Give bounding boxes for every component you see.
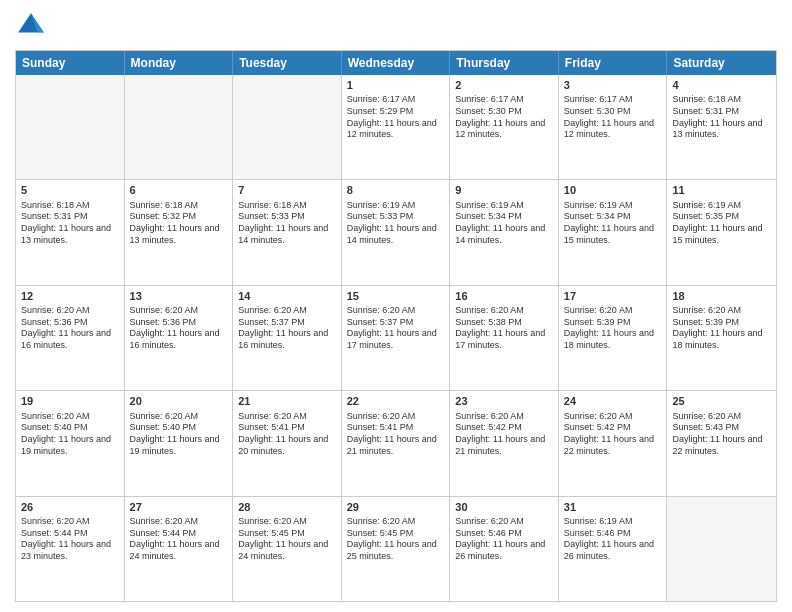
daylight-text: Daylight: 11 hours and 18 minutes. — [672, 328, 762, 350]
calendar-week-2: 5Sunrise: 6:18 AMSunset: 5:31 PMDaylight… — [16, 179, 776, 284]
day-number: 17 — [564, 289, 662, 303]
sunrise-text: Sunrise: 6:19 AM — [564, 200, 633, 210]
sunrise-text: Sunrise: 6:20 AM — [21, 411, 90, 421]
daylight-text: Daylight: 11 hours and 14 minutes. — [455, 223, 545, 245]
daylight-text: Daylight: 11 hours and 12 minutes. — [347, 118, 437, 140]
sunrise-text: Sunrise: 6:20 AM — [130, 411, 199, 421]
day-cell-20: 20Sunrise: 6:20 AMSunset: 5:40 PMDayligh… — [125, 391, 234, 495]
day-cell-7: 7Sunrise: 6:18 AMSunset: 5:33 PMDaylight… — [233, 180, 342, 284]
day-number: 19 — [21, 394, 119, 408]
daylight-text: Daylight: 11 hours and 15 minutes. — [564, 223, 654, 245]
sunrise-text: Sunrise: 6:20 AM — [238, 411, 307, 421]
sunrise-text: Sunrise: 6:17 AM — [455, 94, 524, 104]
calendar-header: SundayMondayTuesdayWednesdayThursdayFrid… — [16, 51, 776, 75]
daylight-text: Daylight: 11 hours and 18 minutes. — [564, 328, 654, 350]
daylight-text: Daylight: 11 hours and 17 minutes. — [455, 328, 545, 350]
day-number: 27 — [130, 500, 228, 514]
daylight-text: Daylight: 11 hours and 13 minutes. — [130, 223, 220, 245]
day-cell-4: 4Sunrise: 6:18 AMSunset: 5:31 PMDaylight… — [667, 75, 776, 179]
daylight-text: Daylight: 11 hours and 24 minutes. — [238, 539, 328, 561]
header-day-thursday: Thursday — [450, 51, 559, 75]
sunrise-text: Sunrise: 6:19 AM — [347, 200, 416, 210]
daylight-text: Daylight: 11 hours and 12 minutes. — [455, 118, 545, 140]
sunrise-text: Sunrise: 6:20 AM — [564, 411, 633, 421]
sunset-text: Sunset: 5:46 PM — [564, 528, 631, 538]
day-cell-9: 9Sunrise: 6:19 AMSunset: 5:34 PMDaylight… — [450, 180, 559, 284]
day-number: 16 — [455, 289, 553, 303]
sunset-text: Sunset: 5:39 PM — [564, 317, 631, 327]
day-cell-5: 5Sunrise: 6:18 AMSunset: 5:31 PMDaylight… — [16, 180, 125, 284]
day-number: 26 — [21, 500, 119, 514]
day-number: 13 — [130, 289, 228, 303]
sunrise-text: Sunrise: 6:20 AM — [347, 411, 416, 421]
day-cell-24: 24Sunrise: 6:20 AMSunset: 5:42 PMDayligh… — [559, 391, 668, 495]
day-number: 18 — [672, 289, 771, 303]
daylight-text: Daylight: 11 hours and 25 minutes. — [347, 539, 437, 561]
sunrise-text: Sunrise: 6:20 AM — [347, 305, 416, 315]
daylight-text: Daylight: 11 hours and 26 minutes. — [455, 539, 545, 561]
calendar: SundayMondayTuesdayWednesdayThursdayFrid… — [15, 50, 777, 602]
sunset-text: Sunset: 5:44 PM — [21, 528, 88, 538]
sunrise-text: Sunrise: 6:18 AM — [672, 94, 741, 104]
sunrise-text: Sunrise: 6:17 AM — [347, 94, 416, 104]
header-day-wednesday: Wednesday — [342, 51, 451, 75]
sunset-text: Sunset: 5:40 PM — [21, 422, 88, 432]
day-cell-13: 13Sunrise: 6:20 AMSunset: 5:36 PMDayligh… — [125, 286, 234, 390]
header-day-sunday: Sunday — [16, 51, 125, 75]
sunrise-text: Sunrise: 6:18 AM — [21, 200, 90, 210]
sunrise-text: Sunrise: 6:20 AM — [238, 305, 307, 315]
sunset-text: Sunset: 5:32 PM — [130, 211, 197, 221]
header — [15, 10, 777, 42]
day-number: 8 — [347, 183, 445, 197]
day-cell-8: 8Sunrise: 6:19 AMSunset: 5:33 PMDaylight… — [342, 180, 451, 284]
daylight-text: Daylight: 11 hours and 16 minutes. — [238, 328, 328, 350]
sunset-text: Sunset: 5:35 PM — [672, 211, 739, 221]
sunset-text: Sunset: 5:44 PM — [130, 528, 197, 538]
day-cell-27: 27Sunrise: 6:20 AMSunset: 5:44 PMDayligh… — [125, 497, 234, 601]
sunrise-text: Sunrise: 6:20 AM — [455, 411, 524, 421]
day-number: 21 — [238, 394, 336, 408]
sunset-text: Sunset: 5:33 PM — [347, 211, 414, 221]
sunrise-text: Sunrise: 6:20 AM — [238, 516, 307, 526]
day-number: 31 — [564, 500, 662, 514]
day-cell-16: 16Sunrise: 6:20 AMSunset: 5:38 PMDayligh… — [450, 286, 559, 390]
empty-cell — [16, 75, 125, 179]
daylight-text: Daylight: 11 hours and 15 minutes. — [672, 223, 762, 245]
sunset-text: Sunset: 5:42 PM — [564, 422, 631, 432]
sunrise-text: Sunrise: 6:18 AM — [130, 200, 199, 210]
day-number: 12 — [21, 289, 119, 303]
daylight-text: Daylight: 11 hours and 22 minutes. — [564, 434, 654, 456]
day-cell-11: 11Sunrise: 6:19 AMSunset: 5:35 PMDayligh… — [667, 180, 776, 284]
daylight-text: Daylight: 11 hours and 16 minutes. — [21, 328, 111, 350]
day-number: 24 — [564, 394, 662, 408]
day-cell-30: 30Sunrise: 6:20 AMSunset: 5:46 PMDayligh… — [450, 497, 559, 601]
calendar-week-1: 1Sunrise: 6:17 AMSunset: 5:29 PMDaylight… — [16, 75, 776, 179]
day-number: 7 — [238, 183, 336, 197]
logo — [15, 10, 51, 42]
sunrise-text: Sunrise: 6:20 AM — [21, 305, 90, 315]
day-number: 9 — [455, 183, 553, 197]
sunset-text: Sunset: 5:41 PM — [238, 422, 305, 432]
sunrise-text: Sunrise: 6:19 AM — [564, 516, 633, 526]
sunset-text: Sunset: 5:45 PM — [347, 528, 414, 538]
day-number: 14 — [238, 289, 336, 303]
day-cell-23: 23Sunrise: 6:20 AMSunset: 5:42 PMDayligh… — [450, 391, 559, 495]
sunset-text: Sunset: 5:37 PM — [238, 317, 305, 327]
sunrise-text: Sunrise: 6:20 AM — [455, 305, 524, 315]
day-number: 4 — [672, 78, 771, 92]
day-number: 28 — [238, 500, 336, 514]
sunrise-text: Sunrise: 6:20 AM — [130, 305, 199, 315]
day-cell-25: 25Sunrise: 6:20 AMSunset: 5:43 PMDayligh… — [667, 391, 776, 495]
daylight-text: Daylight: 11 hours and 14 minutes. — [238, 223, 328, 245]
daylight-text: Daylight: 11 hours and 23 minutes. — [21, 539, 111, 561]
empty-cell — [233, 75, 342, 179]
day-cell-29: 29Sunrise: 6:20 AMSunset: 5:45 PMDayligh… — [342, 497, 451, 601]
day-number: 25 — [672, 394, 771, 408]
sunset-text: Sunset: 5:39 PM — [672, 317, 739, 327]
sunset-text: Sunset: 5:36 PM — [21, 317, 88, 327]
sunset-text: Sunset: 5:40 PM — [130, 422, 197, 432]
day-number: 22 — [347, 394, 445, 408]
sunset-text: Sunset: 5:29 PM — [347, 106, 414, 116]
sunset-text: Sunset: 5:37 PM — [347, 317, 414, 327]
sunset-text: Sunset: 5:30 PM — [455, 106, 522, 116]
